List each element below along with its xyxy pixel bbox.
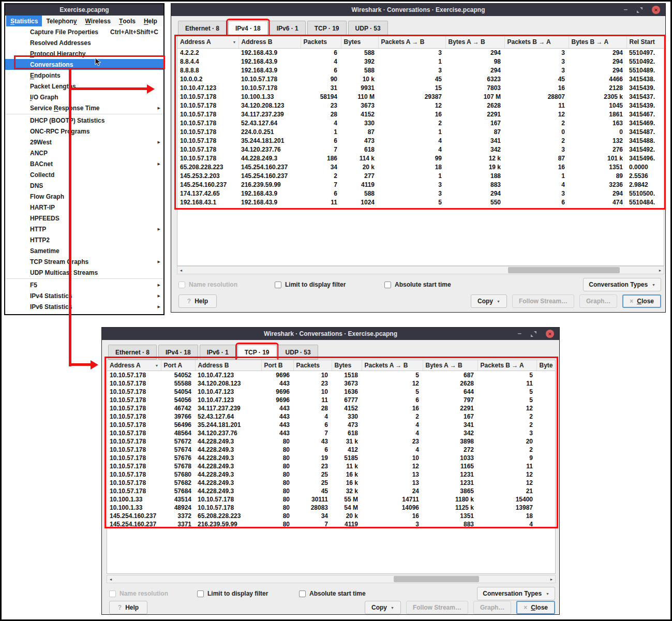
help-button[interactable]: ? Help xyxy=(109,601,147,614)
column-header-packets-b-a[interactable]: Packets B → A xyxy=(477,360,536,371)
limit-display-filter-checkbox[interactable]: Limit to display filter xyxy=(275,278,346,291)
menu-item-protocol-hierarchy[interactable]: Protocol Hierarchy xyxy=(5,48,163,59)
checkbox-icon[interactable] xyxy=(275,282,281,288)
column-header-address-b[interactable]: Address B xyxy=(195,360,261,371)
conversation-row[interactable]: 10.100.1.334892410.10.57.178802808354 M1… xyxy=(107,504,555,512)
conversation-row[interactable]: 10.0.0.210.10.57.1789010 k45632345446634… xyxy=(177,75,664,83)
scrollbar-thumb[interactable] xyxy=(394,576,479,582)
menu-item-http[interactable]: HTTP▶ xyxy=(5,224,163,234)
tab-ethernet-8[interactable]: Ethernet · 8 xyxy=(178,21,227,36)
menu-item-onc-rpc-programs[interactable]: ONC-RPC Programs xyxy=(5,126,163,137)
conversation-row[interactable]: 10.10.57.1785767244.228.249.3804331 k233… xyxy=(107,437,555,446)
conversation-row[interactable]: 145.254.160.237216.239.59.99741193883432… xyxy=(177,180,664,189)
conversation-row[interactable]: 10.10.57.1783976652.43.127.6444343302167… xyxy=(107,412,555,421)
menu-item-ipv4-statistics[interactable]: IPv4 Statistics▶ xyxy=(5,290,163,301)
menu-item-hart-ip[interactable]: HART-IP xyxy=(5,202,163,213)
conversation-row[interactable]: 10.10.57.17834.117.237.23928415216229112… xyxy=(177,110,664,119)
conversation-row[interactable]: 65.208.228.223145.254.160.2373420 k1819 … xyxy=(177,162,664,171)
tab-udp-53[interactable]: UDP · 53 xyxy=(348,21,388,36)
menu-item-capture-file-properties[interactable]: Capture File PropertiesCtrl+Alt+Shift+C xyxy=(5,26,163,37)
maximize-icon[interactable] xyxy=(637,7,643,13)
menu-item-29west[interactable]: 29West▶ xyxy=(5,137,163,147)
checkbox-icon[interactable] xyxy=(384,282,391,288)
menu-item-ancp[interactable]: ANCP xyxy=(5,147,163,158)
column-header-bytes[interactable]: Bytes xyxy=(332,360,362,371)
column-header-packets[interactable]: Packets xyxy=(293,360,332,371)
checkbox-icon[interactable] xyxy=(197,590,204,597)
conversation-row[interactable]: 10.10.57.17810.100.1.3358194110 M2938710… xyxy=(177,92,664,101)
minimize-icon[interactable]: − xyxy=(623,7,628,12)
menu-item-hpfeeds[interactable]: HPFEEDS xyxy=(5,213,163,224)
conversation-row[interactable]: 10.10.57.17852.43.127.644330216721633415… xyxy=(177,119,664,127)
conversation-row[interactable]: 10.10.57.1785768044.228.249.3802516 k131… xyxy=(107,470,555,479)
conversation-row[interactable]: 145.254.160.237337265.208.228.223803420 … xyxy=(107,512,555,520)
tab-ipv4-18[interactable]: IPv4 · 18 xyxy=(158,345,198,360)
conversation-types-button[interactable]: Conversation Types ▼ xyxy=(477,587,555,600)
menu-item-resolved-addresses[interactable]: Resolved Addresses xyxy=(5,37,163,48)
tab-ipv6-1[interactable]: IPv6 · 1 xyxy=(200,345,236,360)
menu-item-collectd[interactable]: Collectd xyxy=(5,169,163,180)
conversation-row[interactable]: 145.253.2.203145.254.160.237227711881892… xyxy=(177,171,664,180)
conversation-row[interactable]: 10.10.57.1785649635.244.181.201443647343… xyxy=(107,421,555,429)
column-header-packets[interactable]: Packets xyxy=(301,36,341,48)
column-header-port-a[interactable]: Port A xyxy=(161,360,195,371)
conversation-row[interactable]: 145.254.160.2373371216.239.59.9980741193… xyxy=(107,520,555,528)
column-header-packets-a-b[interactable]: Packets A → B xyxy=(362,360,423,371)
copy-button[interactable]: Copy ▼ xyxy=(365,601,401,614)
scroll-right-icon[interactable]: ► xyxy=(656,267,664,274)
menu-item-flow-graph[interactable]: Flow Graph xyxy=(5,191,163,202)
scrollbar-thumb[interactable] xyxy=(508,267,620,273)
absolute-start-time-checkbox[interactable]: Absolute start time xyxy=(384,278,451,291)
column-header-address-a[interactable]: Address A▼ xyxy=(107,360,161,371)
tab-tcp-19[interactable]: TCP · 19 xyxy=(237,345,277,360)
limit-display-filter-checkbox[interactable]: Limit to display filter xyxy=(197,587,268,600)
menu-item-service-response-time[interactable]: Service Response Time▶ xyxy=(5,102,163,113)
menu-item-f5[interactable]: F5▶ xyxy=(5,279,163,290)
menu-item-ipv6-statistics[interactable]: IPv6 Statistics▶ xyxy=(5,301,163,312)
menubar-item-tools[interactable]: Tools xyxy=(115,16,140,26)
column-header-bytes-b-a[interactable]: Bytes B → A xyxy=(569,36,626,48)
horizontal-scrollbar[interactable]: ◄ ► xyxy=(177,266,664,274)
scroll-left-icon[interactable]: ◄ xyxy=(177,267,185,274)
menu-item-dhcp-bootp-statistics[interactable]: DHCP (BOOTP) Statistics xyxy=(5,115,163,126)
column-header-address-a[interactable]: Address A▼ xyxy=(177,36,238,48)
menu-item-bacnet[interactable]: BACnet▶ xyxy=(5,158,163,169)
conversation-row[interactable]: 8.8.8.8192.168.43.96588329432945510489. xyxy=(177,66,664,75)
scroll-left-icon[interactable]: ◄ xyxy=(107,575,114,583)
conversation-row[interactable]: 10.10.57.1785405410.10.47.12396961016365… xyxy=(107,388,555,396)
conversation-row[interactable]: 10.10.57.17834.120.208.12323367312262811… xyxy=(177,101,664,110)
menubar-item-wireless[interactable]: Wireless xyxy=(81,16,115,26)
conversation-row[interactable]: 10.10.57.1785768444.228.249.3804532 k243… xyxy=(107,487,555,495)
tab-ethernet-8[interactable]: Ethernet · 8 xyxy=(108,345,157,360)
conversation-row[interactable]: 10.10.57.1785558834.120.208.123443233673… xyxy=(107,379,555,388)
tab-tcp-19[interactable]: TCP · 19 xyxy=(307,21,347,36)
conversation-row[interactable]: 10.10.57.1784856434.120.237.764437618434… xyxy=(107,429,555,437)
conversation-row[interactable]: 10.10.57.17835.244.181.20164734341213234… xyxy=(177,136,664,145)
tab-udp-53[interactable]: UDP · 53 xyxy=(278,345,318,360)
column-header-packets-a-b[interactable]: Packets A → B xyxy=(378,36,445,48)
close-button[interactable]: × Close xyxy=(622,294,661,308)
menu-item-udp-multicast-streams[interactable]: UDP Multicast Streams xyxy=(5,267,163,278)
horizontal-scrollbar[interactable]: ◄ ► xyxy=(107,575,556,583)
column-header-bytes-a-b[interactable]: Bytes A → B xyxy=(423,360,477,371)
conversation-row[interactable]: 10.10.57.1785405210.10.47.12396961015185… xyxy=(107,371,555,379)
column-header-bytes[interactable]: Bytes xyxy=(341,36,378,48)
close-button[interactable]: × Close xyxy=(516,601,555,614)
conversation-row[interactable]: 10.10.57.1785768244.228.249.3802516 k131… xyxy=(107,479,555,487)
minimize-icon[interactable]: − xyxy=(517,331,521,336)
conversation-row[interactable]: 10.10.57.1784674234.117.237.239443284152… xyxy=(107,404,555,412)
menubar-item-statistics[interactable]: Statistics xyxy=(6,16,42,26)
conversation-row[interactable]: 10.10.57.1785767444.228.249.380641242722 xyxy=(107,446,555,454)
menu-item-tcp-stream-graphs[interactable]: TCP Stream Graphs▶ xyxy=(5,256,163,267)
column-header-rel-start[interactable]: Rel Start xyxy=(626,36,664,48)
scroll-right-icon[interactable]: ► xyxy=(548,575,555,583)
conversation-row[interactable]: 10.10.57.1785767844.228.249.3802311 k121… xyxy=(107,462,555,470)
menu-item-http2[interactable]: HTTP2 xyxy=(5,234,163,245)
conversation-row[interactable]: 10.10.57.17834.120.237.76761843423276341… xyxy=(177,145,664,154)
conversation-row[interactable]: 4.2.2.2192.168.43.96588329432945510497. xyxy=(177,48,664,57)
conversation-types-button[interactable]: Conversation Types ▼ xyxy=(583,278,661,291)
tab-ipv6-1[interactable]: IPv6 · 1 xyxy=(270,21,306,36)
menu-item-conversations[interactable]: Conversations xyxy=(5,59,163,70)
tab-ipv4-18[interactable]: IPv4 · 18 xyxy=(228,21,268,36)
menubar-item-telephony[interactable]: Telephony xyxy=(42,16,81,26)
